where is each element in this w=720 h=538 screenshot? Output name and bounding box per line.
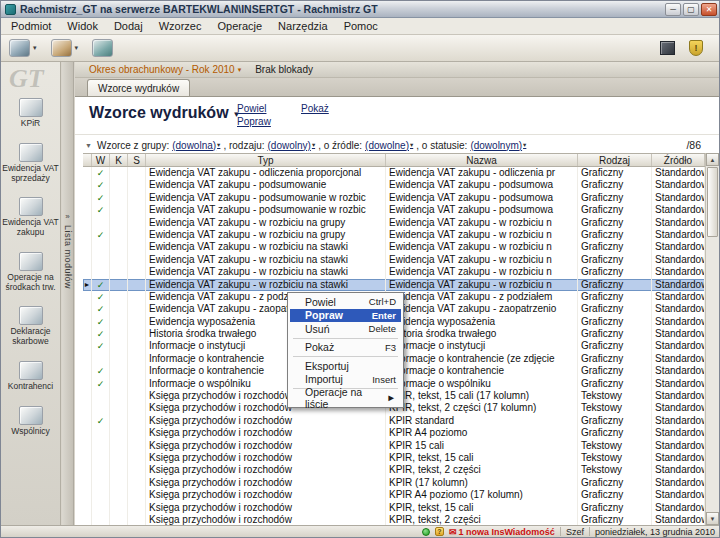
k-cell — [110, 340, 128, 352]
status-help-icon[interactable]: ? — [435, 527, 444, 536]
rodzaj-cell: Tekstowy — [578, 390, 652, 402]
scroll-up-arrow[interactable]: ▲ — [706, 153, 719, 166]
nazwa-cell: KPIR, tekst, 2 części — [386, 464, 578, 476]
cube-icon[interactable] — [660, 41, 675, 55]
table-row[interactable]: ✓Ewidencja VAT zakupu - w rozbiciu na gr… — [83, 229, 705, 241]
sidebar-item-wspolnicy[interactable]: Wspólnicy — [1, 406, 60, 437]
column-header-typ[interactable]: Typ — [146, 154, 386, 166]
row-indicator — [83, 489, 92, 501]
column-header-rodzaj[interactable]: Rodzaj — [578, 154, 652, 166]
table-row[interactable]: ✓Ewidencja VAT zakupu - odliczenia propo… — [83, 167, 705, 179]
insmail-message[interactable]: ✉ 1 nowa InsWiadomość — [449, 527, 555, 537]
title-bar[interactable]: Rachmistrz_GT na serwerze BARTEKWLAN\INS… — [1, 1, 719, 18]
table-row[interactable]: ✓Księga przychodów i rozchodówKPIR stand… — [83, 415, 705, 427]
menubar-item-podmiot[interactable]: Podmiot — [3, 19, 59, 33]
sidebar-item-kontrahenci[interactable]: Kontrahenci — [1, 361, 60, 392]
context-menu-item[interactable]: PowielCtrl+D — [290, 295, 401, 309]
table-row[interactable]: ✓Ewidencja VAT zakupu - podsumowanieEwid… — [83, 179, 705, 191]
minimize-button[interactable]: ─ — [665, 3, 681, 16]
table-row[interactable]: ✓Ewidencja VAT zakupu - podsumowanie w r… — [83, 192, 705, 204]
table-row[interactable]: Księga przychodów i rozchodówKPIR (17 ko… — [83, 477, 705, 489]
column-header-k[interactable]: K — [110, 154, 128, 166]
zrodlo-cell: Standardowy — [652, 427, 705, 439]
scroll-thumb[interactable] — [707, 167, 718, 237]
print-tool[interactable] — [92, 39, 113, 57]
row-indicator — [83, 179, 92, 191]
sidebar-item-kpir[interactable]: KPiR — [1, 98, 60, 129]
chevron-down-icon: ▾ — [312, 141, 315, 149]
period-label: Okres obrachunkowy - Rok 2010 — [89, 64, 235, 75]
context-menu-item[interactable]: Eksportuj — [290, 359, 401, 373]
k-cell — [110, 365, 128, 377]
menubar-item-pomoc[interactable]: Pomoc — [336, 19, 386, 33]
check-icon: ✓ — [92, 167, 110, 179]
nazwa-cell: Ewidencja VAT zakupu - w rozbiciu n — [386, 241, 578, 253]
page-title[interactable]: Wzorce wydruków ▼ — [89, 104, 241, 122]
column-header-nazwa[interactable]: Nazwa — [386, 154, 578, 166]
check-icon: ✓ — [92, 179, 110, 191]
menubar-item-operacje[interactable]: Operacje — [209, 19, 270, 33]
column-header-w[interactable]: W — [92, 154, 110, 166]
vertical-scrollbar[interactable]: ▲ ▼ — [705, 153, 719, 525]
zrodlo-cell: Standardowy — [652, 402, 705, 414]
rodzaj-cell: Graficzny — [578, 291, 652, 303]
filter-zrodlo-dropdown[interactable]: (dowolne)▾ — [365, 140, 413, 151]
menubar-item-widok[interactable]: Widok — [59, 19, 106, 33]
row-indicator — [83, 365, 92, 377]
zrodlo-cell: Standardowy — [652, 464, 705, 476]
context-menu-item[interactable]: ImportujInsert — [290, 373, 401, 387]
nazwa-cell: Informacje o instytucji — [386, 340, 578, 352]
column-header-źródło[interactable]: Źródło — [652, 154, 705, 166]
powiel-link[interactable]: Powiel — [237, 103, 266, 114]
k-cell — [110, 316, 128, 328]
table-row[interactable]: Ewidencja VAT zakupu - w rozbiciu na sta… — [83, 254, 705, 266]
menubar-item-narzędzia[interactable]: Narzędzia — [270, 19, 336, 33]
popraw-link[interactable]: Popraw — [237, 116, 271, 127]
zrodlo-cell: Standardowy — [652, 192, 705, 204]
tab-wzorce-wydrukow[interactable]: Wzorce wydruków — [87, 79, 190, 96]
table-row[interactable]: ►✓Ewidencja VAT zakupu - w rozbiciu na s… — [83, 279, 705, 291]
table-row[interactable]: Księga przychodów i rozchodówKPIR, tekst… — [83, 464, 705, 476]
menubar-item-dodaj[interactable]: Dodaj — [106, 19, 151, 33]
column-header-s[interactable]: S — [128, 154, 146, 166]
sidebar-item-ewidencja-vat-zakupu[interactable]: Ewidencja VAT zakupu — [1, 197, 60, 238]
close-button[interactable]: ✕ — [701, 3, 717, 16]
sidebar-item-operacje-na-srodkach-trw[interactable]: Operacje na środkach trw. — [1, 252, 60, 293]
table-row[interactable]: Księga przychodów i rozchodówKPIR A4 poz… — [83, 489, 705, 501]
sidebar-item-ewidencja-vat-sprzedazy[interactable]: Ewidencja VAT sprzedaży — [1, 143, 60, 184]
k-cell — [110, 254, 128, 266]
period-selector[interactable]: Okres obrachunkowy - Rok 2010 ▾ — [89, 64, 241, 75]
pokaz-link[interactable]: Pokaż — [301, 103, 329, 114]
menubar-item-wzorzec[interactable]: Wzorzec — [151, 19, 210, 33]
s-cell — [128, 378, 146, 390]
context-menu-item[interactable]: PoprawEnter — [290, 309, 401, 323]
table-row[interactable]: ✓Ewidencja VAT zakupu - podsumowanie w r… — [83, 204, 705, 216]
envelope-icon: ✉ — [449, 527, 457, 537]
table-row[interactable]: Ewidencja VAT zakupu - w rozbiciu na gru… — [83, 217, 705, 229]
module-list-strip[interactable]: » Lista modułów — [62, 62, 74, 525]
filter-status-dropdown[interactable]: (dowolnym)▾ — [470, 140, 526, 151]
shield-icon[interactable]: ! — [689, 40, 703, 56]
context-menu-item-label: Powiel — [305, 296, 336, 308]
status-green-icon[interactable] — [422, 528, 430, 536]
filter-rodzaj-dropdown[interactable]: (dowolny)▾ — [268, 140, 316, 151]
add-tool[interactable]: ▾ — [51, 39, 79, 57]
maximize-button[interactable]: ▢ — [683, 3, 699, 16]
table-header[interactable]: WKSTypNazwaRodzajŹródło — [83, 153, 705, 167]
context-menu-item[interactable]: Operacje na liście► — [290, 391, 401, 405]
table-row[interactable]: Księga przychodów i rozchodówKPIR, tekst… — [83, 452, 705, 464]
context-menu-item[interactable]: UsuńDelete — [290, 322, 401, 336]
scroll-down-arrow[interactable]: ▼ — [706, 512, 719, 525]
table-row[interactable]: Ewidencja VAT zakupu - w rozbiciu na sta… — [83, 241, 705, 253]
s-cell — [128, 340, 146, 352]
filter-group-dropdown[interactable]: (dowolna)▾ — [172, 140, 220, 151]
table-row[interactable]: Księga przychodów i rozchodówKPIR, tekst… — [83, 514, 705, 525]
subject-tool[interactable]: ▾ — [9, 39, 37, 57]
table-row[interactable]: Księga przychodów i rozchodówKPIR, tekst… — [83, 502, 705, 514]
sidebar-item-deklaracje-skarbowe[interactable]: Deklaracje skarbowe — [1, 306, 60, 347]
table-row[interactable]: Ewidencja VAT zakupu - w rozbiciu na sta… — [83, 266, 705, 278]
table-row[interactable]: Księga przychodów i rozchodówKPIR A4 poz… — [83, 427, 705, 439]
row-indicator — [83, 390, 92, 402]
table-row[interactable]: Księga przychodów i rozchodówKPIR 15 cal… — [83, 440, 705, 452]
context-menu-item[interactable]: PokażF3 — [290, 341, 401, 355]
